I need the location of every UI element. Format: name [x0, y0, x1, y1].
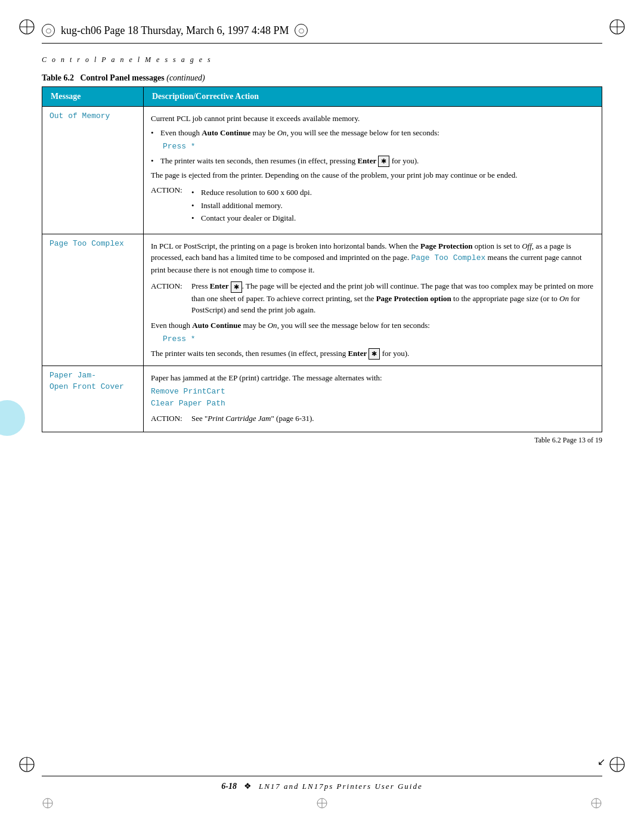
footer-separator: ❖	[244, 781, 252, 791]
footer-page-num: 6-18	[221, 782, 237, 791]
table-row: Paper Jam-Open Front Cover Paper has jam…	[42, 366, 602, 432]
action-label: ACTION:	[151, 413, 187, 425]
action-label: ACTION:	[151, 280, 187, 292]
page-container: ◯ kug-ch06 Page 18 Thursday, March 6, 19…	[0, 0, 644, 833]
list-item: Reduce resolution to 600 x 600 dpi.	[191, 187, 595, 199]
message-cell: Page Too Complex	[42, 234, 144, 366]
corner-mark-bl	[18, 755, 36, 773]
corner-mark-tl	[18, 18, 36, 36]
enter-box: ✱	[231, 281, 242, 293]
bullet-list: The printer waits ten seconds, then resu…	[151, 155, 595, 167]
message-cell: Out of Memory	[42, 107, 144, 234]
corner-arrow: ↙	[597, 756, 605, 767]
description-cell: Current PCL job cannot print because it …	[144, 107, 602, 234]
main-table: Message Description/Corrective Action Ou…	[42, 86, 602, 432]
table-caption: Table 6.2 Control Panel messages (contin…	[42, 73, 602, 83]
description-cell: Paper has jammed at the EP (print) cartr…	[144, 366, 602, 432]
bottom-cross-left-icon	[42, 797, 54, 809]
bottom-cross-right-icon	[590, 797, 602, 809]
table-footer: Table 6.2 Page 13 of 19	[42, 436, 602, 445]
list-item: Even though Auto Continue may be On, you…	[151, 127, 595, 139]
table-row: Page Too Complex In PCL or PostScript, t…	[42, 234, 602, 366]
col-message-header: Message	[42, 87, 144, 107]
table-row: Out of Memory Current PCL job cannot pri…	[42, 107, 602, 234]
cyan-lines: Remove PrintCart Clear Paper Path	[151, 386, 595, 409]
header-circle-left: ◯	[42, 24, 55, 37]
enter-box: ✱	[378, 156, 389, 167]
col-desc-header: Description/Corrective Action	[144, 87, 602, 107]
action-content: See "Print Cartridge Jam" (page 6-31).	[191, 413, 595, 425]
footer-text: LN17 and LN17ps Printers User Guide	[259, 782, 423, 791]
description-cell: In PCL or PostScript, the printing on a …	[144, 234, 602, 366]
message-cell: Paper Jam-Open Front Cover	[42, 366, 144, 432]
bottom-cross-center-icon	[316, 797, 328, 809]
bullet-list: Even though Auto Continue may be On, you…	[151, 127, 595, 139]
page-footer: 6-18 ❖ LN17 and LN17ps Printers User Gui…	[0, 776, 644, 809]
list-item: Contact your dealer or Digital.	[191, 212, 595, 224]
action-row: ACTION: Reduce resolution to 600 x 600 d…	[151, 184, 595, 227]
list-item: The printer waits ten seconds, then resu…	[151, 155, 595, 167]
side-decoration-left	[0, 400, 25, 436]
action-label: ACTION:	[151, 184, 187, 196]
action-content: Reduce resolution to 600 x 600 dpi. Inst…	[191, 184, 595, 227]
header-circle-right: ◯	[295, 24, 308, 37]
section-subtitle: C o n t r o l P a n e l M e s s a g e s	[42, 55, 602, 64]
corner-mark-tr	[608, 18, 626, 36]
corner-mark-br	[608, 755, 626, 773]
press-line: Press *	[163, 141, 595, 153]
header-title: kug-ch06 Page 18 Thursday, March 6, 1997…	[61, 24, 289, 37]
press-line: Press *	[163, 333, 595, 345]
action-row: ACTION: See "Print Cartridge Jam" (page …	[151, 413, 595, 425]
action-content: Press Enter ✱. The page will be ejected …	[191, 280, 595, 315]
action-row: ACTION: Press Enter ✱. The page will be …	[151, 280, 595, 315]
enter-box: ✱	[369, 348, 380, 360]
list-item: Install additional memory.	[191, 200, 595, 212]
page-header: ◯ kug-ch06 Page 18 Thursday, March 6, 19…	[42, 24, 602, 44]
